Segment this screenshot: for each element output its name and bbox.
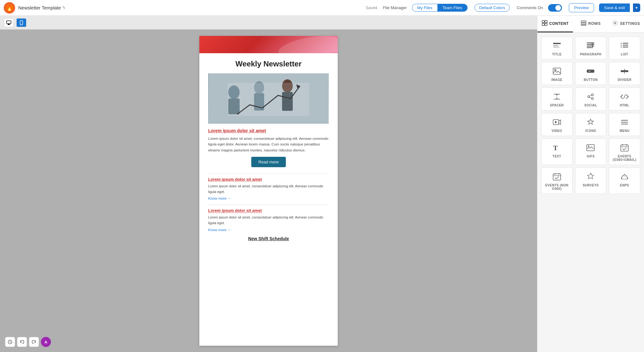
content-block-html-label: HTML bbox=[620, 104, 629, 107]
paragraph-icon bbox=[586, 41, 595, 50]
menu-icon bbox=[620, 118, 629, 127]
content-block-spacer[interactable]: SPACER bbox=[541, 88, 573, 111]
default-colors-button[interactable]: Default Colors bbox=[475, 4, 510, 12]
user-avatar[interactable]: A bbox=[41, 337, 51, 347]
svg-rect-36 bbox=[553, 68, 561, 74]
icons-icon bbox=[586, 118, 595, 127]
content-block-paragraph[interactable]: PARAGRAPH bbox=[575, 37, 607, 60]
email-section3-heading: Lorem ipsum dolor sit amet bbox=[208, 208, 329, 213]
content-block-text-label: TEXT bbox=[552, 155, 561, 158]
svg-marker-69 bbox=[587, 173, 594, 179]
email-preview: Weekly Newsletter bbox=[199, 36, 338, 346]
tab-settings[interactable]: SETTINGS bbox=[608, 16, 644, 32]
content-block-text[interactable]: T TEXT bbox=[541, 139, 573, 165]
preview-button[interactable]: Preview bbox=[569, 3, 594, 12]
content-block-divider[interactable]: DIVIDER bbox=[609, 62, 640, 85]
svg-line-48 bbox=[590, 95, 591, 96]
main-layout: Weekly Newsletter bbox=[0, 16, 644, 352]
content-block-social-label: SOCIAL bbox=[584, 104, 597, 107]
image-icon bbox=[552, 67, 561, 76]
enps-icon bbox=[620, 172, 629, 181]
settings-tab-label: SETTINGS bbox=[620, 21, 640, 26]
content-block-button[interactable]: BUTTON bbox=[575, 62, 607, 85]
svg-point-45 bbox=[588, 96, 590, 98]
svg-marker-52 bbox=[559, 120, 561, 124]
svg-rect-2 bbox=[7, 25, 10, 25]
content-tab-icon bbox=[542, 20, 547, 27]
content-block-video-label: VIDEO bbox=[552, 129, 562, 133]
email-body: Weekly Newsletter bbox=[199, 53, 338, 247]
content-block-enps[interactable]: ENPS bbox=[609, 167, 640, 194]
svg-rect-28 bbox=[587, 46, 594, 47]
svg-text:T: T bbox=[553, 144, 558, 152]
content-block-events365[interactable]: EVENTS (O365+GMAIL) bbox=[609, 139, 640, 165]
content-block-spacer-label: SPACER bbox=[550, 104, 564, 107]
know-more-link-1[interactable]: Know more → bbox=[208, 196, 329, 200]
redo-button[interactable] bbox=[29, 337, 39, 347]
email-section3-body: Lorem ipsum dolor sit amet, consectetuer… bbox=[208, 215, 329, 226]
content-block-gifs[interactable]: GIFS bbox=[575, 139, 607, 165]
history-button[interactable] bbox=[5, 337, 15, 347]
email-section1-body: Lorem ipsum dolor sit amet, consectetuer… bbox=[208, 136, 329, 153]
surveys-icon bbox=[586, 172, 595, 181]
content-block-social[interactable]: SOCIAL bbox=[575, 88, 607, 111]
svg-rect-30 bbox=[623, 43, 628, 44]
save-exit-dropdown-button[interactable]: ▾ bbox=[633, 3, 640, 12]
svg-rect-1 bbox=[8, 24, 10, 25]
svg-line-49 bbox=[590, 97, 591, 98]
svg-rect-15 bbox=[542, 20, 544, 23]
file-toggle-group: My Files Team Files bbox=[412, 4, 468, 12]
desktop-view-button[interactable] bbox=[4, 18, 14, 27]
content-block-menu[interactable]: MENU bbox=[609, 113, 640, 136]
svg-rect-16 bbox=[545, 20, 547, 23]
svg-line-50 bbox=[624, 94, 625, 99]
know-more-link-2[interactable]: Know more → bbox=[208, 228, 329, 232]
content-block-image[interactable]: IMAGE bbox=[541, 62, 573, 85]
svg-point-37 bbox=[554, 69, 556, 71]
canvas-toolbar bbox=[0, 16, 537, 30]
svg-rect-32 bbox=[623, 47, 628, 48]
list-icon bbox=[620, 41, 629, 50]
video-icon bbox=[552, 118, 561, 127]
content-block-icons[interactable]: ICONS bbox=[575, 113, 607, 136]
svg-point-72 bbox=[624, 174, 625, 175]
content-block-events365-label: EVENTS (O365+GMAIL) bbox=[613, 155, 636, 162]
svg-point-33 bbox=[621, 43, 622, 44]
svg-rect-17 bbox=[542, 23, 544, 26]
svg-point-73 bbox=[627, 178, 628, 179]
content-blocks-grid: TITLE PARAGRAPH LIST IMAGE BUTTON bbox=[537, 33, 644, 352]
content-block-events-non[interactable]: EVENTS (NON O365) bbox=[541, 167, 573, 194]
team-files-button[interactable]: Team Files bbox=[437, 4, 467, 11]
svg-rect-29 bbox=[587, 47, 592, 48]
svg-rect-21 bbox=[581, 25, 586, 26]
file-manager-label: File Manager bbox=[383, 5, 407, 10]
content-block-html[interactable]: HTML bbox=[609, 88, 640, 111]
svg-point-34 bbox=[621, 45, 622, 46]
events365-icon bbox=[620, 143, 629, 152]
mobile-view-button[interactable] bbox=[16, 18, 26, 27]
tab-rows[interactable]: ROWS bbox=[573, 16, 608, 32]
svg-point-47 bbox=[591, 98, 593, 99]
svg-rect-19 bbox=[581, 21, 586, 22]
content-block-enps-label: ENPS bbox=[620, 184, 629, 187]
content-block-list[interactable]: LIST bbox=[609, 37, 640, 60]
content-block-title-label: TITLE bbox=[552, 53, 562, 56]
save-exit-button[interactable]: Save & exit bbox=[599, 3, 630, 12]
read-more-button[interactable]: Read more bbox=[251, 157, 286, 167]
content-block-title[interactable]: TITLE bbox=[541, 37, 573, 60]
svg-rect-13 bbox=[228, 83, 309, 116]
svg-point-60 bbox=[588, 145, 589, 147]
canvas-scroll[interactable]: Weekly Newsletter bbox=[0, 30, 537, 352]
content-block-video[interactable]: VIDEO bbox=[541, 113, 573, 136]
my-files-button[interactable]: My Files bbox=[412, 4, 437, 11]
topbar: 🔥 Newsletter Template ✎ Saved File Manag… bbox=[0, 0, 644, 16]
undo-button[interactable] bbox=[17, 337, 27, 347]
social-icon bbox=[586, 92, 595, 101]
content-block-surveys[interactable]: SURVEYS bbox=[575, 167, 607, 194]
svg-rect-20 bbox=[581, 23, 586, 24]
comments-toggle[interactable] bbox=[548, 4, 562, 12]
edit-title-icon[interactable]: ✎ bbox=[62, 5, 66, 10]
bottom-toolbar: A bbox=[5, 337, 51, 347]
tab-content[interactable]: CONTENT bbox=[537, 16, 573, 32]
svg-rect-24 bbox=[553, 45, 558, 46]
